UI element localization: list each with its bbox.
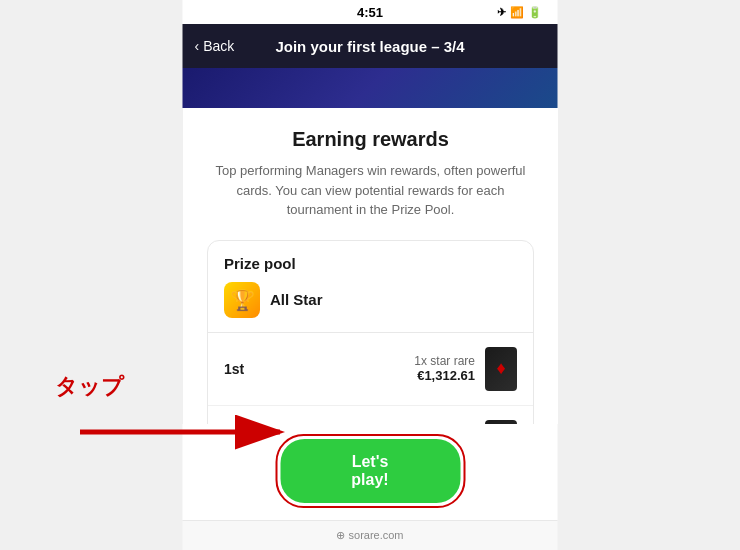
prize-pool-label: Prize pool xyxy=(224,255,517,272)
status-time: 4:51 xyxy=(357,5,383,20)
card-thumbnail xyxy=(485,420,517,425)
hero-image xyxy=(183,68,558,108)
pool-name-row: 🏆 All Star xyxy=(224,282,517,318)
wifi-icon: 📶 xyxy=(510,6,524,19)
nav-title: Join your first league – 3/4 xyxy=(275,38,464,55)
prize-details: 1x star rare €1,312.61 xyxy=(414,347,517,391)
button-highlight: Let's play! xyxy=(275,434,465,508)
prize-card-label: 1x star rare xyxy=(414,354,475,368)
url-icon: ⊕ xyxy=(336,529,348,541)
phone-frame: 4:51 ✈ 📶 🔋 ‹ Back Join your first league… xyxy=(183,0,558,550)
prize-place: 1st xyxy=(224,361,264,377)
page-wrapper: 4:51 ✈ 📶 🔋 ‹ Back Join your first league… xyxy=(0,0,740,550)
bottom-bar: ⊕ sorare.com xyxy=(183,520,558,550)
battery-icon: 🔋 xyxy=(528,6,542,19)
pool-name: All Star xyxy=(270,291,323,308)
prize-row: 1st 1x star rare €1,312.61 xyxy=(208,333,533,406)
back-label: Back xyxy=(203,38,234,54)
prize-value: €1,312.61 xyxy=(414,368,475,383)
status-bar: 4:51 ✈ 📶 🔋 xyxy=(183,0,558,24)
main-content: Earning rewards Top performing Managers … xyxy=(183,108,558,424)
prize-text: 1x star rare €1,312.61 xyxy=(414,354,475,383)
back-button[interactable]: ‹ Back xyxy=(195,38,235,54)
prize-pool-card: Prize pool 🏆 All Star 1st 1x star rare €… xyxy=(207,240,534,425)
section-title: Earning rewards xyxy=(207,128,534,151)
prize-pool-header: Prize pool 🏆 All Star xyxy=(208,241,533,333)
pool-icon: 🏆 xyxy=(224,282,260,318)
airplane-icon: ✈ xyxy=(497,6,506,19)
chevron-left-icon: ‹ xyxy=(195,38,200,54)
annotation-area: タップ xyxy=(55,372,124,402)
nav-bar: ‹ Back Join your first league – 3/4 xyxy=(183,24,558,68)
card-thumbnail xyxy=(485,347,517,391)
bottom-url: ⊕ sorare.com xyxy=(336,529,403,542)
tap-label: タップ xyxy=(55,372,124,402)
section-description: Top performing Managers win rewards, oft… xyxy=(207,161,534,220)
status-icons: ✈ 📶 🔋 xyxy=(497,6,542,19)
lets-play-button[interactable]: Let's play! xyxy=(280,439,460,503)
tap-arrow xyxy=(80,402,300,462)
